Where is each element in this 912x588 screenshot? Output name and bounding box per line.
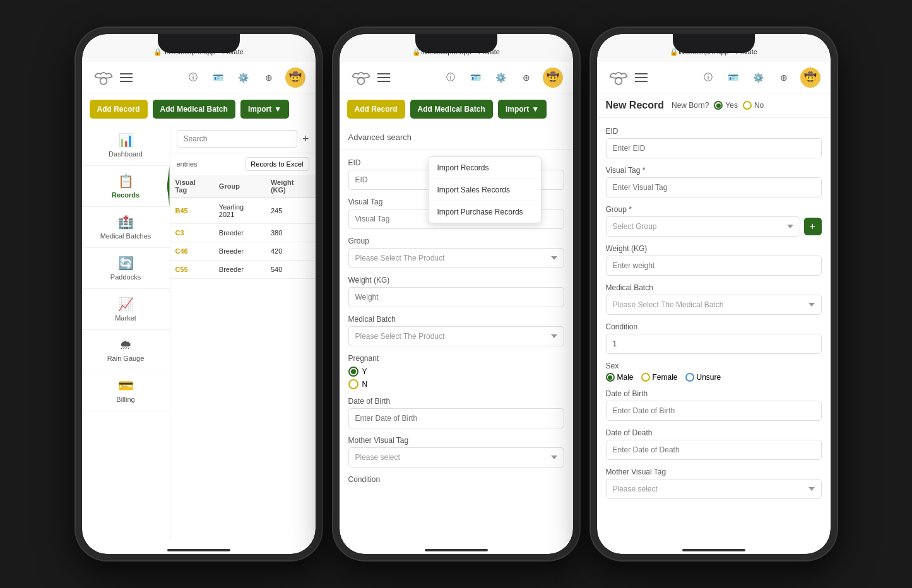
logo-icon-3 — [607, 66, 630, 89]
sex-unsure-option: Unsure — [685, 373, 721, 382]
sex-unsure-radio[interactable] — [685, 373, 694, 382]
pregnant-n-radio[interactable] — [348, 379, 358, 389]
tag-c3[interactable]: C3 — [175, 229, 184, 237]
add-medical-button-1[interactable]: Add Medical Batch — [153, 100, 235, 119]
medical-batch-select-3[interactable]: Please Select The Medical Batch — [606, 295, 822, 315]
pregnant-y-label: Y — [362, 367, 367, 376]
yes-radio[interactable] — [714, 101, 723, 110]
add-record-button-1[interactable]: Add Record — [90, 100, 148, 119]
home-indicator-2 — [340, 541, 573, 554]
eid-field-3: EID — [606, 127, 822, 158]
sex-female-radio[interactable] — [641, 373, 650, 382]
settings-icon-2[interactable]: ⚙️ — [492, 69, 510, 86]
card-icon-1[interactable]: 🪪 — [210, 69, 227, 86]
tag-b45[interactable]: B45 — [175, 207, 188, 215]
add-group-button[interactable]: + — [804, 218, 822, 235]
tag-c46[interactable]: C46 — [175, 247, 188, 255]
avatar-3[interactable]: 🤠 — [800, 68, 820, 88]
nav-bar-1: ⓘ 🪪 ⚙️ ⊕ 🤠 — [82, 62, 316, 93]
mother-field-3: Mother Visual Tag Please select — [606, 467, 822, 499]
svg-point-2 — [615, 78, 622, 85]
mother-select-3[interactable]: Please select — [606, 479, 822, 499]
expand-icon-1[interactable]: ⊕ — [260, 69, 278, 86]
settings-icon-3[interactable]: ⚙️ — [750, 69, 767, 86]
nav-logo-1 — [92, 66, 133, 89]
eid-input-3[interactable] — [606, 138, 822, 158]
import-sales-item[interactable]: Import Sales Records — [429, 179, 541, 201]
dob-input-2[interactable] — [348, 408, 564, 428]
card-icon-3[interactable]: 🪪 — [725, 69, 742, 86]
card-icon-2[interactable]: 🪪 — [467, 69, 485, 86]
sidebar-item-medical[interactable]: 🏥 Medical Batches — [82, 207, 170, 248]
weight-cell-3: 540 — [266, 261, 316, 279]
tag-c55[interactable]: C55 — [175, 266, 188, 273]
col-visual-tag: Visual Tag — [170, 175, 214, 198]
group-select-3[interactable]: Select Group — [606, 216, 800, 237]
hamburger-menu-3[interactable] — [635, 73, 648, 82]
expand-icon-2[interactable]: ⊕ — [518, 69, 535, 86]
weight-cell-2: 420 — [266, 242, 316, 261]
sex-male-radio[interactable] — [606, 373, 615, 382]
sidebar-item-paddocks[interactable]: 🔄 Paddocks — [82, 248, 170, 289]
add-record-button-2[interactable]: Add Record — [347, 100, 405, 119]
pregnant-y-radio[interactable] — [348, 367, 358, 377]
market-label: Market — [115, 314, 136, 322]
home-indicator-3 — [597, 541, 831, 554]
add-search-icon[interactable]: + — [302, 132, 309, 146]
advanced-search-bar: Advanced search — [340, 125, 573, 150]
group-cell-3: Breeder — [214, 261, 266, 279]
records-label: Records — [112, 191, 139, 199]
medical-label: Medical Batches — [100, 232, 151, 240]
group-select-2[interactable]: Please Select The Product — [348, 248, 564, 268]
import-button-2[interactable]: Import ▼ — [498, 100, 547, 119]
form-scroll-3: EID Visual Tag * Group * Select Group + — [597, 118, 831, 541]
mother-select-2[interactable]: Please select — [348, 447, 564, 467]
dob-field-3: Date of Birth — [606, 389, 822, 421]
hamburger-menu-1[interactable] — [120, 73, 133, 82]
notch-1 — [158, 34, 240, 53]
avatar-2[interactable]: 🤠 — [543, 68, 563, 88]
hamburger-menu-2[interactable] — [377, 73, 390, 82]
sidebar-item-billing[interactable]: 💳 Billing — [82, 370, 170, 411]
info-icon-3[interactable]: ⓘ — [699, 69, 717, 86]
dob-input-3[interactable] — [606, 401, 822, 421]
import-records-item[interactable]: Import Records — [429, 157, 541, 179]
mother-label-2: Mother Visual Tag — [348, 436, 564, 445]
svg-point-0 — [100, 78, 107, 85]
import-label-2: Import — [506, 105, 529, 114]
expand-icon-3[interactable]: ⊕ — [775, 69, 793, 86]
sidebar-item-dashboard[interactable]: 📊 Dashboard — [82, 125, 170, 166]
avatar-1[interactable]: 🤠 — [285, 68, 305, 88]
col-weight: Weight (KG) — [266, 175, 316, 198]
condition-input-3[interactable] — [606, 334, 822, 354]
export-button[interactable]: Records to Excel — [245, 157, 309, 171]
sidebar-item-raingauge[interactable]: 🌧 Rain Gauge — [82, 330, 170, 370]
new-record-form: EID Visual Tag * Group * Select Group + — [597, 118, 831, 508]
add-medical-button-2[interactable]: Add Medical Batch — [410, 100, 493, 119]
no-radio[interactable] — [743, 101, 752, 110]
pregnant-section: Pregnant Y N — [348, 354, 564, 389]
import-button-1[interactable]: Import ▼ — [240, 100, 289, 119]
toolbar-1: Add Record Add Medical Batch Import ▼ — [82, 93, 316, 125]
info-icon-2[interactable]: ⓘ — [442, 69, 459, 86]
advanced-search-link[interactable]: Advanced search — [348, 132, 412, 142]
condition-field-3: Condition — [606, 322, 822, 354]
table-info-1: entries Records to Excel — [170, 153, 316, 175]
sidebar-item-records[interactable]: 📋 Records — [82, 166, 170, 207]
import-purchase-item[interactable]: Import Purchase Records — [429, 201, 541, 223]
dod-input-3[interactable] — [606, 440, 822, 460]
visual-tag-input-3[interactable] — [606, 177, 822, 197]
weight-input-2[interactable] — [348, 287, 564, 307]
phone-3: 🔒 livestockpro.app — Private ⓘ 🪪 ⚙️ ⊕ — [591, 28, 837, 560]
settings-icon-1[interactable]: ⚙️ — [235, 69, 252, 86]
info-icon-1[interactable]: ⓘ — [184, 69, 202, 86]
billing-label: Billing — [116, 396, 134, 403]
mother-label-3: Mother Visual Tag — [606, 467, 822, 476]
dod-label-3: Date of Death — [606, 428, 822, 437]
new-record-title: New Record — [606, 100, 664, 111]
sidebar-item-market[interactable]: 📈 Market — [82, 289, 170, 330]
search-input-1[interactable] — [177, 130, 297, 148]
medical-batch-select-2[interactable]: Please Select The Product — [348, 326, 564, 346]
weight-input-3[interactable] — [606, 256, 822, 276]
home-bar-2 — [425, 549, 488, 551]
